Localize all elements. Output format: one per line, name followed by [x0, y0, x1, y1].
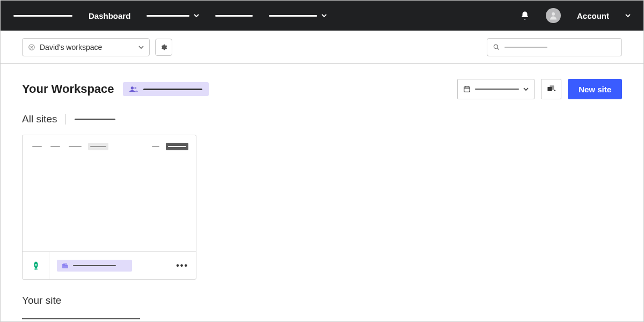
search-placeholder	[504, 47, 547, 48]
new-site-button[interactable]: New site	[568, 79, 622, 99]
nav-item-4[interactable]	[269, 13, 327, 18]
tag-item	[67, 143, 84, 150]
members-label-placeholder	[143, 89, 202, 90]
members-badge[interactable]	[123, 82, 209, 96]
site-name-placeholder	[73, 265, 116, 266]
svg-point-0	[552, 12, 555, 16]
svg-rect-7	[550, 85, 554, 90]
all-sites-heading: All sites	[22, 113, 57, 125]
workspace-bar: David's workspace	[1, 31, 643, 64]
account-label: Account	[577, 11, 609, 20]
calendar-icon	[463, 85, 471, 93]
workspace-settings-button[interactable]	[155, 39, 172, 56]
chevron-down-icon	[321, 13, 327, 18]
site-status-cell[interactable]	[23, 252, 49, 279]
tag-item	[30, 143, 44, 150]
workspace-select[interactable]: David's workspace	[22, 38, 150, 56]
nav-account[interactable]: Account	[577, 11, 609, 20]
nav-logo[interactable]	[13, 15, 72, 17]
workspace-icon	[28, 43, 35, 51]
svg-point-4	[134, 87, 136, 89]
nav-label-placeholder	[147, 15, 189, 17]
search-icon	[493, 43, 500, 51]
people-icon	[129, 86, 138, 92]
bell-icon	[520, 11, 530, 20]
tag-chip	[88, 143, 108, 150]
chevron-down-icon	[138, 45, 144, 50]
page-title: Your Workspace	[22, 82, 114, 96]
divider	[65, 114, 66, 125]
tag-item	[48, 143, 62, 150]
svg-point-3	[130, 86, 133, 89]
nav-label-placeholder	[215, 15, 253, 17]
logo-placeholder	[13, 15, 72, 17]
filter-placeholder[interactable]	[75, 119, 115, 120]
chevron-down-icon	[194, 13, 199, 18]
workspace-actions: New site	[457, 79, 622, 99]
duplicate-icon	[547, 85, 555, 93]
heading-row: Your Workspace New site	[22, 79, 622, 99]
nav-item-3[interactable]	[215, 15, 253, 17]
nav-dashboard[interactable]: Dashboard	[89, 11, 130, 20]
tag-dark	[166, 143, 188, 150]
avatar[interactable]	[546, 8, 561, 23]
nav-item-2[interactable]	[147, 13, 199, 18]
duplicate-site-button[interactable]	[541, 79, 561, 99]
notifications-button[interactable]	[520, 11, 530, 20]
tag-item	[150, 143, 162, 150]
site-card[interactable]: •••	[22, 135, 196, 280]
top-nav: Dashboard Account	[1, 1, 643, 31]
site-card-footer: •••	[23, 251, 196, 279]
site-tags	[30, 143, 188, 150]
gear-icon	[160, 43, 167, 51]
folder-icon	[62, 263, 69, 268]
rocket-icon	[31, 260, 41, 271]
nav-label-placeholder	[269, 15, 317, 17]
svg-rect-8	[63, 263, 67, 266]
date-label-placeholder	[475, 89, 519, 90]
chevron-down-icon[interactable]	[625, 13, 631, 18]
site-preview	[23, 135, 196, 251]
chevron-down-icon	[523, 86, 529, 92]
date-range-button[interactable]	[457, 79, 535, 99]
all-sites-row: All sites	[22, 113, 622, 125]
your-site-heading: Your site	[22, 295, 622, 306]
person-icon	[548, 11, 558, 20]
search-input[interactable]	[487, 38, 622, 56]
section-rule	[22, 318, 140, 319]
site-more-button[interactable]: •••	[176, 261, 188, 270]
more-icon: •••	[176, 261, 188, 270]
main-content: Your Workspace New site All sites	[1, 64, 643, 322]
svg-point-2	[494, 45, 497, 48]
workspace-name: David's workspace	[40, 43, 102, 52]
site-name-badge[interactable]	[57, 260, 132, 272]
